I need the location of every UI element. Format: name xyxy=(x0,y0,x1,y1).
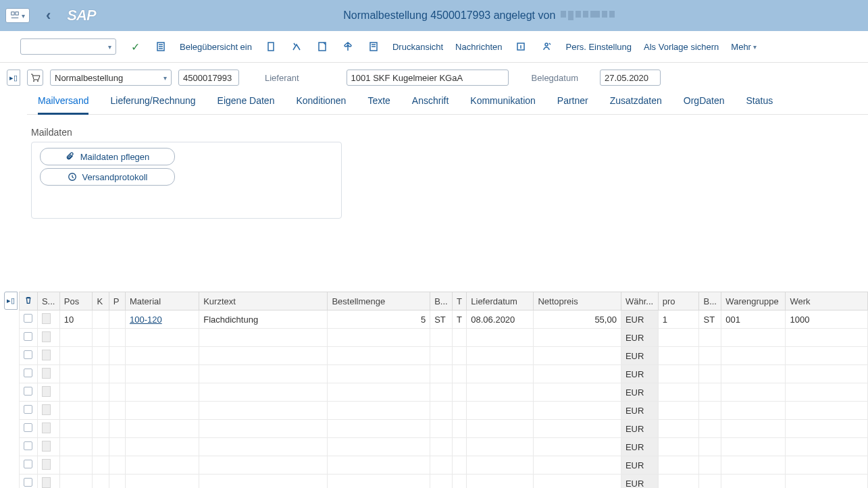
table-row[interactable]: EUR xyxy=(19,402,867,420)
tab-status[interactable]: Status xyxy=(746,90,773,114)
chevron-down-icon: ▾ xyxy=(753,43,757,51)
col-kurztext[interactable]: Kurztext xyxy=(199,292,328,310)
table-row[interactable]: EUR xyxy=(19,456,867,475)
row-checkbox[interactable] xyxy=(24,350,32,359)
svg-rect-0 xyxy=(11,12,14,15)
supplier-label: Lieferant xyxy=(265,73,299,83)
tab-konditionen[interactable]: Konditionen xyxy=(296,90,346,114)
tab-texte[interactable]: Texte xyxy=(367,90,390,114)
messages-button[interactable]: Nachrichten xyxy=(455,42,502,52)
row-checkbox[interactable] xyxy=(24,478,32,487)
col-pro[interactable]: pro xyxy=(658,292,699,310)
save-check-button[interactable]: ✓ xyxy=(128,40,142,53)
col-wg[interactable]: Warengruppe xyxy=(721,292,786,310)
document-header: ▸▯ Normalbestellung▾ 4500017993 Lieferan… xyxy=(0,63,868,90)
document-icon[interactable] xyxy=(154,40,168,53)
tab-partner[interactable]: Partner xyxy=(557,90,588,114)
row-checkbox[interactable] xyxy=(24,387,32,396)
supplier-field[interactable]: 1001 SKF Kugelmeier KGaA xyxy=(347,70,509,86)
tab-mailversand[interactable]: Mailversand xyxy=(38,90,88,115)
command-field[interactable]: ▾ xyxy=(20,38,116,55)
col-k[interactable]: K xyxy=(93,292,109,310)
menu-icon xyxy=(10,11,20,20)
status-indicator xyxy=(42,368,51,379)
balance-icon[interactable] xyxy=(341,40,355,53)
col-bme[interactable]: B... xyxy=(430,292,453,310)
status-indicator xyxy=(42,404,51,415)
table-row[interactable]: EUR xyxy=(19,475,867,489)
col-p[interactable]: P xyxy=(109,292,125,310)
chevron-down-icon: ▾ xyxy=(22,12,25,20)
release-icon[interactable] xyxy=(290,40,303,53)
clipboard-icon[interactable] xyxy=(264,40,278,53)
status-indicator xyxy=(42,386,51,397)
status-indicator xyxy=(42,350,51,360)
row-checkbox[interactable] xyxy=(24,460,32,468)
row-checkbox[interactable] xyxy=(24,441,32,450)
application-toolbar: ▾ ✓ Belegübersicht ein Druckansicht Nach… xyxy=(0,31,868,63)
attachment-icon[interactable] xyxy=(367,40,380,53)
status-indicator xyxy=(42,423,51,433)
paperclip-icon xyxy=(66,152,75,161)
redacted-user xyxy=(561,11,615,20)
back-button[interactable]: ‹ xyxy=(46,7,51,24)
tab-zusatzdaten[interactable]: Zusatzdaten xyxy=(610,90,662,114)
window-title: Normalbestellung 4500017993 angelegt von xyxy=(343,9,615,22)
table-row[interactable]: EUR xyxy=(19,329,867,347)
header-tabs: MailversandLieferung/RechnungEigene Date… xyxy=(27,90,868,115)
print-view-button[interactable]: Druckansicht xyxy=(392,42,443,52)
col-lieferdatum[interactable]: Lieferdatum xyxy=(467,292,534,310)
row-checkbox[interactable] xyxy=(24,369,32,377)
tab-eigenedaten[interactable]: Eigene Daten xyxy=(218,90,275,114)
doc-date-label: Belegdatum xyxy=(532,73,578,83)
row-checkbox[interactable] xyxy=(24,405,32,414)
tab-lieferungrechnung[interactable]: Lieferung/Rechnung xyxy=(110,90,195,114)
table-row[interactable]: EUR xyxy=(19,365,867,383)
table-row[interactable]: EUR xyxy=(19,420,867,438)
header-collapse-button[interactable]: ▸▯ xyxy=(7,70,20,86)
mail-panel: Maildaten Maildaten pflegen Versandproto… xyxy=(0,115,868,231)
col-bpr[interactable]: B... xyxy=(699,292,721,310)
row-checkbox[interactable] xyxy=(24,332,32,341)
status-indicator xyxy=(42,477,51,488)
info-icon[interactable] xyxy=(514,40,528,53)
item-grid: ▸▯ S...PosKPMaterialKurztextBestellmenge… xyxy=(0,292,868,488)
overview-button[interactable]: Belegübersicht ein xyxy=(180,42,252,52)
print-preview-icon[interactable] xyxy=(315,40,329,53)
status-indicator xyxy=(42,313,51,324)
col-s[interactable]: S... xyxy=(37,292,59,310)
col-waehr[interactable]: Währ... xyxy=(621,292,658,310)
order-type-select[interactable]: Normalbestellung▾ xyxy=(50,70,172,86)
chevron-down-icon: ▾ xyxy=(108,43,111,51)
save-template-button[interactable]: Als Vorlage sichern xyxy=(644,42,719,52)
col-material[interactable]: Material xyxy=(125,292,199,310)
table-row[interactable]: 10100-120Flachdichtung5STT08.06.202055,0… xyxy=(19,310,867,329)
col-netto[interactable]: Nettopreis xyxy=(534,292,621,310)
cart-icon xyxy=(27,70,43,86)
personal-settings-button[interactable]: Pers. Einstellung xyxy=(565,42,632,52)
col-menge[interactable]: Bestellmenge xyxy=(328,292,430,310)
person-icon[interactable] xyxy=(540,40,553,53)
delete-icon[interactable] xyxy=(24,297,33,307)
order-number-field[interactable]: 4500017993 xyxy=(178,70,239,86)
tab-anschrift[interactable]: Anschrift xyxy=(412,90,449,114)
maintain-maildata-button[interactable]: Maildaten pflegen xyxy=(40,148,175,165)
material-link[interactable]: 100-120 xyxy=(130,315,162,325)
row-checkbox[interactable] xyxy=(24,314,32,323)
tab-kommunikation[interactable]: Kommunikation xyxy=(470,90,536,114)
dispatch-protocol-button[interactable]: Versandprotokoll xyxy=(40,168,175,186)
table-row[interactable]: EUR xyxy=(19,383,867,402)
doc-date-field[interactable]: 27.05.2020 xyxy=(600,70,661,86)
tab-orgdaten[interactable]: OrgDaten xyxy=(684,90,725,114)
table-row[interactable]: EUR xyxy=(19,347,867,365)
grid-collapse-button[interactable]: ▸▯ xyxy=(4,292,18,310)
row-checkbox[interactable] xyxy=(24,423,32,432)
more-button[interactable]: Mehr▾ xyxy=(731,42,757,52)
svg-rect-1 xyxy=(16,12,18,15)
svg-point-9 xyxy=(37,80,39,82)
system-menu-button[interactable]: ▾ xyxy=(5,8,30,23)
col-t[interactable]: T xyxy=(453,292,467,310)
table-row[interactable]: EUR xyxy=(19,438,867,456)
col-pos[interactable]: Pos xyxy=(59,292,93,310)
col-werk[interactable]: Werk xyxy=(786,292,868,310)
